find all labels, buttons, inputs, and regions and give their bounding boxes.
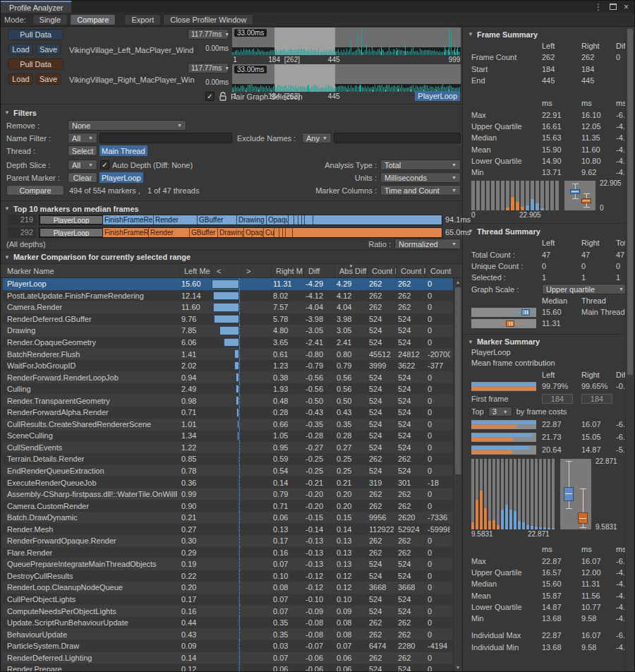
analysis-type-dropdown[interactable]: Total▼ (380, 160, 461, 170)
table-row[interactable]: Update.ScriptRunBehaviourUpdate0.440.35-… (3, 617, 453, 629)
export-button[interactable]: Export (124, 14, 161, 25)
top10-playerloop-chip[interactable]: PlayerLoop (40, 215, 103, 224)
col-left-median[interactable]: Left Me (179, 264, 212, 277)
exclude-mode-dropdown[interactable]: Any▼ (302, 133, 332, 143)
table-row[interactable]: Drawing7.854.80-3.053.055245240 (3, 325, 453, 337)
scrollbar-thumb[interactable] (455, 287, 461, 474)
table-row[interactable]: ExecuteRenderQueueJob0.360.14-0.210.2131… (3, 476, 453, 488)
top10-row[interactable]: 219PlayerLoopFinishFrameReRenderGBufferD… (1, 215, 463, 226)
table-row[interactable]: EndRenderQueueExtraction0.780.54-0.250.2… (3, 465, 453, 477)
table-row[interactable]: Render.OpaqueGeometry6.063.65-2.412.4152… (3, 337, 453, 349)
table-row[interactable]: Flare.Render0.290.16-0.130.132622620 (3, 547, 453, 559)
col-count-diff[interactable]: Count D (425, 264, 452, 277)
close-profiler-button[interactable]: Close Profiler Window (163, 14, 253, 25)
top10-header[interactable]: ▼ Top 10 markers on median frames (1, 203, 139, 215)
marker-summary-header[interactable]: ▼ Marker Summary (464, 336, 625, 348)
parent-clear-button[interactable]: Clear (68, 172, 97, 183)
panel-scrollbar[interactable] (625, 27, 634, 671)
filters-header[interactable]: ▼ Filters (1, 107, 37, 119)
mode-single-button[interactable]: Single (32, 14, 68, 25)
col-diff[interactable]: Diff (303, 264, 334, 277)
kebab-menu-icon[interactable]: ⋮ (594, 2, 603, 12)
col-bar-right[interactable]: > (241, 264, 271, 277)
table-row[interactable]: BatchRenderer.Flush1.410.61-0.800.804551… (3, 348, 453, 360)
graph-selection-chip[interactable]: PlayerLoop (415, 91, 460, 101)
name-filter-input[interactable] (99, 133, 232, 143)
scale-dropdown-right[interactable]: 117.77ms▼ (188, 63, 229, 73)
top10-marker-segment[interactable] (289, 215, 294, 224)
frame-time-graph-right[interactable]: 33.00ms (232, 64, 461, 92)
table-row[interactable]: PlayerLoop15.6011.31-4.294.292622620 (3, 278, 453, 290)
scroll-up-icon[interactable]: ▲ (454, 280, 462, 284)
name-filter-mode-dropdown[interactable]: All▼ (68, 133, 97, 143)
top10-marker-segment[interactable] (286, 228, 293, 237)
top10-marker-segment[interactable]: Drawing (237, 215, 267, 224)
col-right-median[interactable]: Right M (271, 264, 303, 277)
table-row[interactable]: SceneCulling1.341.05-0.280.285245240 (3, 430, 453, 442)
thread-value-chip[interactable]: Main Thread (99, 145, 147, 156)
table-row[interactable]: RenderForwardOpaque.Render0.300.17-0.130… (3, 535, 453, 547)
table-row[interactable]: ParticleSystem.Draw0.090.03-0.070.076474… (3, 640, 453, 652)
top10-marker-segment[interactable]: Drawing (218, 228, 244, 237)
top10-marker-segment[interactable] (274, 228, 279, 237)
units-dropdown[interactable]: Milliseconds▼ (380, 172, 461, 183)
load-right-button[interactable]: Load (8, 73, 33, 85)
auto-depth-checkbox[interactable]: ✓ (100, 160, 109, 169)
top10-playerloop-chip[interactable]: PlayerLoop (40, 228, 103, 237)
tab-profile-analyzer[interactable]: Profile Analyzer (1, 1, 71, 13)
col-count-right[interactable]: Count R (396, 264, 425, 277)
remove-dropdown[interactable]: None▼ (68, 120, 186, 131)
table-row[interactable]: QueuePrepareIntegrateMainThreadObjects0.… (3, 558, 453, 570)
col-count-left[interactable]: Count L (367, 264, 396, 277)
table-row[interactable]: CullPerObjectLights0.170.07-0.100.105245… (3, 594, 453, 606)
top10-marker-segment[interactable]: FinishFrameRe (103, 215, 154, 224)
table-row[interactable]: DestroyCullResults0.220.10-0.120.1252452… (3, 570, 453, 582)
top10-marker-segment[interactable]: GBuffer (190, 228, 218, 237)
graph-scale-dropdown[interactable]: Upper quartile▼ (542, 284, 625, 294)
save-left-button[interactable]: Save (36, 44, 61, 55)
top10-row[interactable]: 292PlayerLoopFinishFrameRRenderGBufferDr… (1, 227, 463, 239)
frame-summary-header[interactable]: ▼ Frame Summary (464, 28, 625, 40)
col-marker-name[interactable]: Marker Name (3, 264, 179, 277)
top10-marker-segment[interactable] (305, 215, 313, 224)
table-row[interactable]: WaitForJobGroupID2.021.23-0.790.79399936… (3, 360, 453, 372)
table-row[interactable]: Batch.DrawDynamic0.210.06-0.150.15995626… (3, 512, 453, 524)
top10-marker-bar[interactable]: PlayerLoopFinishFrameReRenderGBufferDraw… (39, 215, 442, 225)
top10-marker-segment[interactable]: Opaqu (267, 215, 289, 224)
ratio-dropdown[interactable]: Normalized▼ (394, 239, 461, 249)
col-bar-left[interactable]: < (212, 264, 241, 277)
table-row[interactable]: ComputeNeedsPerObjectLights0.160.07-0.09… (3, 605, 453, 617)
mode-compare-button[interactable]: Compare (70, 14, 116, 25)
exclude-names-input[interactable] (334, 133, 461, 143)
table-row[interactable]: Terrain.Details.Render0.850.59-0.250.252… (3, 453, 453, 465)
parent-marker-chip[interactable]: PlayerLoop (99, 172, 143, 183)
scroll-down-icon[interactable]: ▼ (454, 665, 462, 670)
save-right-button[interactable]: Save (36, 73, 61, 85)
top10-marker-segment[interactable]: FinishFrameR (103, 228, 149, 237)
first-frame-chip[interactable]: 184 (581, 394, 612, 404)
link-lock-icon[interactable] (219, 92, 227, 101)
table-row[interactable]: RenderLoop.CleanupNodeQueue0.200.08-0.12… (3, 582, 453, 594)
panel-scrollbar-thumb[interactable] (627, 29, 633, 375)
table-row[interactable]: Render.TransparentGeometry0.980.48-0.500… (3, 395, 453, 407)
table-row[interactable]: RenderForwardAlpha.Render0.710.28-0.430.… (3, 407, 453, 419)
top10-marker-segment[interactable]: Opaqu (244, 228, 264, 237)
depth-slice-dropdown[interactable]: All▼ (68, 160, 97, 170)
top10-marker-bar[interactable]: PlayerLoopFinishFrameRRenderGBufferDrawi… (39, 227, 442, 238)
table-row[interactable]: Render.Prepare0.120.06-0.060.065245240 (3, 664, 453, 671)
table-row[interactable]: Camera.CustomRender0.900.71-0.200.202622… (3, 500, 453, 512)
table-scrollbar[interactable]: ▲ ▼ (453, 278, 462, 671)
comparison-header[interactable]: ▼ Marker Comparison for currently select… (1, 251, 462, 264)
thread-select-button[interactable]: Select (68, 145, 97, 156)
table-row[interactable]: Camera.Render11.607.57-4.044.042622620 (3, 301, 453, 313)
marker-columns-dropdown[interactable]: Time and Count▼ (380, 185, 461, 196)
top10-marker-segment[interactable]: Render (154, 215, 198, 224)
table-row[interactable]: RenderDeferred.GBuffer9.765.78-3.983.985… (3, 313, 453, 325)
table-row[interactable]: CullSendEvents1.220.95-0.270.275245240 (3, 442, 453, 454)
table-row[interactable]: RenderDeferred.Lighting0.140.07-0.060.06… (3, 652, 453, 664)
top10-marker-segment[interactable]: GBuffer (198, 215, 237, 224)
col-abs-diff[interactable]: ▼Abs Diff (334, 264, 367, 277)
table-row[interactable]: Culling2.491.93-0.560.565245240 (3, 383, 453, 395)
table-row[interactable]: CullResults.CreateSharedRendererScene1.0… (3, 419, 453, 431)
table-row[interactable]: BehaviourUpdate0.430.35-0.080.082622620 (3, 628, 453, 640)
